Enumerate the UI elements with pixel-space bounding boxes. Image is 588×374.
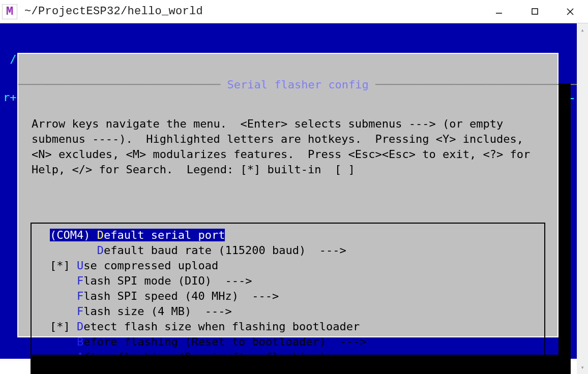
scroll-down-icon[interactable]: ▾ (577, 361, 588, 374)
window-controls (481, 0, 588, 23)
menu-box: (COM4) Default serial port Default baud … (31, 223, 545, 374)
close-button[interactable] (552, 0, 588, 23)
menu-item[interactable]: Flash SPI mode (DIO) ---> (32, 273, 544, 289)
dialog-shadow-bottom (31, 355, 563, 374)
menu-item[interactable]: Before flashing (Reset to bootloader) --… (32, 334, 544, 350)
menuconfig-dialog: ────────────────────────────── Serial fl… (17, 53, 558, 337)
client-area: /home/simonliu/ProjectESP32/hello_world/… (0, 23, 588, 374)
menu-item[interactable]: Flash size (4 MB) ---> (32, 304, 544, 319)
app-icon: M (2, 4, 17, 19)
dialog-title: Serial flasher config (227, 78, 369, 91)
window-title: ~/ProjectESP32/hello_world (24, 5, 203, 18)
window-titlebar: M ~/ProjectESP32/hello_world (0, 0, 588, 23)
minimize-button[interactable] (481, 0, 517, 23)
menu-item[interactable]: (COM4) Default serial port (32, 228, 544, 243)
scroll-up-icon[interactable]: ▴ (577, 23, 588, 37)
dialog-shadow-right (558, 83, 571, 374)
menu-item[interactable]: [*] Detect flash size when flashing boot… (32, 319, 544, 334)
maximize-button[interactable] (517, 0, 552, 23)
menu-item[interactable]: Flash SPI speed (40 MHz) ---> (32, 289, 544, 304)
terminal: /home/simonliu/ProjectESP32/hello_world/… (0, 23, 577, 359)
svg-rect-1 (532, 9, 538, 14)
menu-item[interactable]: [*] Use compressed upload (32, 258, 544, 273)
vertical-scrollbar[interactable]: ▴ ▾ (577, 23, 588, 374)
menu-item[interactable]: Default baud rate (115200 baud) ---> (32, 243, 544, 258)
dialog-instructions: Arrow keys navigate the menu. <Enter> se… (18, 116, 557, 177)
dialog-title-row: ────────────────────────────── Serial fl… (18, 78, 557, 91)
